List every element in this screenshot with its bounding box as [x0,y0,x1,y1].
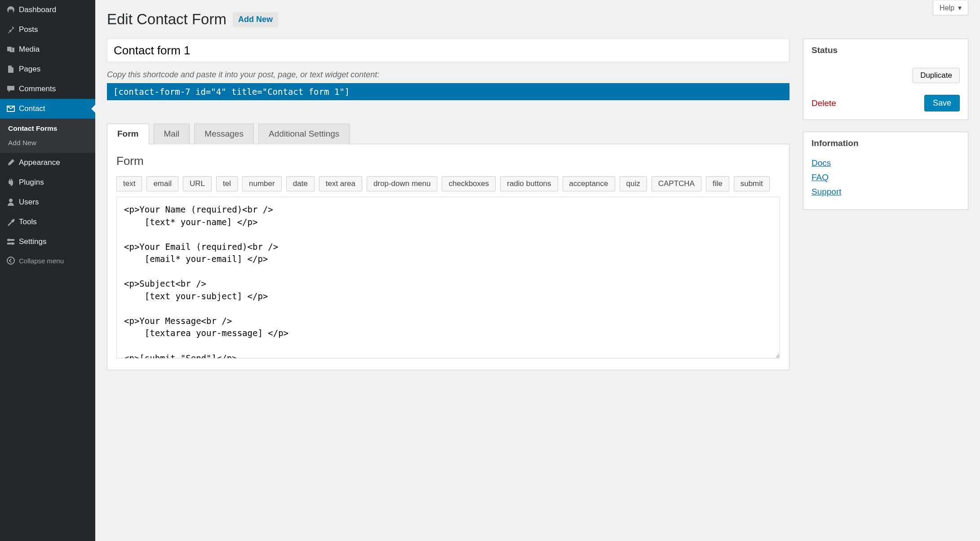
tabs: Form Mail Messages Additional Settings [107,124,789,144]
media-icon [6,44,19,55]
sidebar-item-settings[interactable]: Settings [0,232,95,252]
sidebar-item-label: Posts [19,25,38,34]
sidebar-item-appearance[interactable]: Appearance [0,153,95,173]
docs-link[interactable]: Docs [811,158,960,168]
sidebar-item-tools[interactable]: Tools [0,212,95,232]
sidebar-item-label: Media [19,45,40,54]
tag-quiz-button[interactable]: quiz [620,176,647,191]
tag-url-button[interactable]: URL [183,176,212,191]
sidebar-item-users[interactable]: Users [0,192,95,212]
tag-tel-button[interactable]: tel [216,176,238,191]
form-code-textarea[interactable] [116,197,780,359]
collapse-icon [6,256,19,265]
form-panel: Form text email URL tel number date text… [107,144,789,370]
sidebar-item-label: Tools [19,217,37,226]
tag-textarea-button[interactable]: text area [319,176,362,191]
delete-link[interactable]: Delete [811,98,836,108]
sidebar-item-comments[interactable]: Comments [0,79,95,99]
comment-icon [6,84,19,94]
tag-dropdown-button[interactable]: drop-down menu [367,176,438,191]
admin-sidebar: Dashboard Posts Media Pages Comments Con… [0,0,95,541]
page-icon [6,64,19,75]
sidebar-item-label: Users [19,198,39,207]
panel-title: Form [116,154,780,168]
tag-checkboxes-button[interactable]: checkboxes [442,176,496,191]
help-tab[interactable]: Help ▾ [933,1,968,15]
sidebar-item-posts[interactable]: Posts [0,20,95,40]
sidebar-item-label: Dashboard [19,5,56,14]
sidebar-item-dashboard[interactable]: Dashboard [0,0,95,20]
shortcode-hint: Copy this shortcode and paste it into yo… [107,70,789,80]
shortcode-box[interactable]: [contact-form-7 id="4" title="Contact fo… [107,83,789,100]
chevron-down-icon: ▾ [958,4,962,12]
add-new-button[interactable]: Add New [233,12,278,27]
duplicate-button[interactable]: Duplicate [913,68,960,83]
sidebar-item-label: Contact [19,104,45,113]
tag-text-button[interactable]: text [116,176,142,191]
dashboard-icon [6,4,19,15]
brush-icon [6,157,19,168]
main-content: Help ▾ Edit Contact Form Add New Copy th… [95,0,980,541]
sidebar-item-label: Comments [19,84,56,93]
submenu-item-add-new[interactable]: Add New [0,136,95,150]
tab-messages[interactable]: Messages [194,124,254,144]
sidebar-item-label: Appearance [19,158,60,167]
tag-generator-row: text email URL tel number date text area… [116,176,780,191]
wrench-icon [6,217,19,227]
information-heading: Information [803,132,968,155]
save-button[interactable]: Save [924,95,960,111]
tag-email-button[interactable]: email [146,176,178,191]
help-label: Help [940,4,954,12]
tag-number-button[interactable]: number [242,176,282,191]
tag-acceptance-button[interactable]: acceptance [563,176,615,191]
pin-icon [6,24,19,35]
tab-mail[interactable]: Mail [154,124,190,144]
plug-icon [6,177,19,188]
sidebar-item-label: Settings [19,237,46,246]
sidebar-item-label: Pages [19,65,40,74]
status-box: Status Duplicate Delete Save [803,39,968,120]
svg-point-0 [7,257,14,264]
status-heading: Status [803,39,968,62]
tab-form[interactable]: Form [107,124,149,144]
collapse-label: Collapse menu [19,257,64,265]
support-link[interactable]: Support [811,187,960,197]
tag-date-button[interactable]: date [286,176,315,191]
tag-submit-button[interactable]: submit [734,176,770,191]
user-icon [6,197,19,208]
sidebar-item-plugins[interactable]: Plugins [0,173,95,192]
sidebar-item-contact[interactable]: Contact [0,99,95,119]
tag-captcha-button[interactable]: CAPTCHA [652,176,701,191]
form-title-input[interactable] [107,39,789,62]
submenu-item-contact-forms[interactable]: Contact Forms [0,121,95,136]
collapse-menu-button[interactable]: Collapse menu [0,252,95,270]
tag-radio-button[interactable]: radio buttons [500,176,558,191]
sidebar-item-media[interactable]: Media [0,40,95,59]
faq-link[interactable]: FAQ [811,173,960,182]
information-box: Information Docs FAQ Support [803,132,968,210]
sidebar-item-pages[interactable]: Pages [0,59,95,79]
tag-file-button[interactable]: file [706,176,729,191]
sidebar-item-label: Plugins [19,178,44,187]
sliders-icon [6,236,19,247]
envelope-icon [6,103,19,114]
page-title: Edit Contact Form [107,11,226,28]
tab-additional-settings[interactable]: Additional Settings [258,124,350,144]
sidebar-submenu-contact: Contact Forms Add New [0,119,95,153]
